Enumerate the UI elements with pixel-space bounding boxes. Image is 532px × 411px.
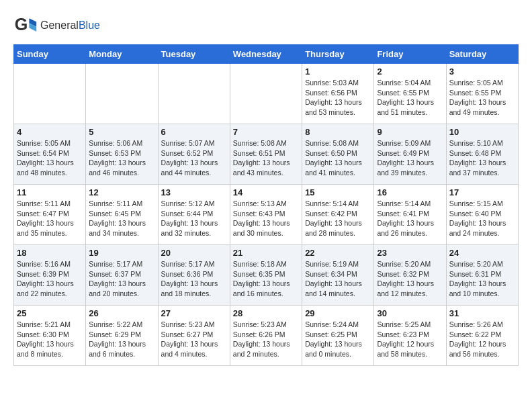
day-info: Sunrise: 5:14 AM Sunset: 6:41 PM Dayligh… [377, 199, 443, 238]
day-number: 13 [161, 187, 227, 197]
day-number: 21 [233, 248, 299, 258]
day-info: Sunrise: 5:11 AM Sunset: 6:45 PM Dayligh… [89, 199, 154, 238]
calendar-cell: 12Sunrise: 5:11 AM Sunset: 6:45 PM Dayli… [86, 185, 158, 245]
weekday-header-monday: Monday [86, 45, 158, 64]
day-number: 2 [377, 66, 443, 77]
weekday-header-saturday: Saturday [446, 45, 518, 64]
day-info: Sunrise: 5:21 AM Sunset: 6:30 PM Dayligh… [17, 320, 83, 359]
day-number: 1 [305, 66, 371, 77]
calendar-cell: 17Sunrise: 5:15 AM Sunset: 6:40 PM Dayli… [446, 185, 518, 245]
logo: G GeneralBlue [13, 13, 100, 38]
weekday-header-sunday: Sunday [14, 45, 86, 64]
day-info: Sunrise: 5:06 AM Sunset: 6:53 PM Dayligh… [89, 138, 154, 178]
day-info: Sunrise: 5:17 AM Sunset: 6:37 PM Dayligh… [89, 259, 154, 299]
calendar-cell: 30Sunrise: 5:25 AM Sunset: 6:23 PM Dayli… [374, 306, 446, 366]
day-number: 4 [17, 127, 83, 137]
calendar-cell: 5Sunrise: 5:06 AM Sunset: 6:53 PM Daylig… [86, 124, 158, 185]
calendar-week-row: 1Sunrise: 5:03 AM Sunset: 6:56 PM Daylig… [14, 64, 519, 124]
day-number: 28 [233, 308, 299, 318]
day-info: Sunrise: 5:24 AM Sunset: 6:25 PM Dayligh… [305, 320, 371, 359]
weekday-header-wednesday: Wednesday [230, 45, 302, 64]
day-info: Sunrise: 5:20 AM Sunset: 6:32 PM Dayligh… [377, 259, 443, 299]
calendar-cell: 22Sunrise: 5:19 AM Sunset: 6:34 PM Dayli… [302, 245, 374, 306]
day-info: Sunrise: 5:20 AM Sunset: 6:31 PM Dayligh… [449, 259, 515, 299]
weekday-header-row: SundayMondayTuesdayWednesdayThursdayFrid… [14, 45, 519, 64]
logo-blue-text: Blue [79, 19, 100, 31]
calendar-cell: 1Sunrise: 5:03 AM Sunset: 6:56 PM Daylig… [302, 64, 374, 124]
day-number: 31 [449, 308, 515, 318]
calendar-week-row: 4Sunrise: 5:05 AM Sunset: 6:54 PM Daylig… [14, 124, 519, 185]
day-number: 16 [377, 187, 443, 197]
calendar-week-row: 11Sunrise: 5:11 AM Sunset: 6:47 PM Dayli… [14, 185, 519, 245]
svg-text:G: G [15, 15, 28, 34]
calendar-cell: 6Sunrise: 5:07 AM Sunset: 6:52 PM Daylig… [158, 124, 230, 185]
day-info: Sunrise: 5:23 AM Sunset: 6:26 PM Dayligh… [233, 320, 299, 359]
day-number: 5 [89, 127, 154, 137]
day-number: 11 [17, 187, 83, 197]
day-info: Sunrise: 5:18 AM Sunset: 6:35 PM Dayligh… [233, 259, 299, 299]
calendar-cell: 26Sunrise: 5:22 AM Sunset: 6:29 PM Dayli… [86, 306, 158, 366]
day-info: Sunrise: 5:19 AM Sunset: 6:34 PM Dayligh… [305, 259, 371, 299]
calendar-cell: 13Sunrise: 5:12 AM Sunset: 6:44 PM Dayli… [158, 185, 230, 245]
day-number: 23 [377, 248, 443, 258]
day-info: Sunrise: 5:08 AM Sunset: 6:51 PM Dayligh… [233, 138, 299, 178]
day-info: Sunrise: 5:26 AM Sunset: 6:22 PM Dayligh… [449, 320, 515, 359]
logo-general-text: General [40, 19, 79, 31]
day-info: Sunrise: 5:15 AM Sunset: 6:40 PM Dayligh… [449, 199, 515, 238]
calendar-cell: 23Sunrise: 5:20 AM Sunset: 6:32 PM Dayli… [374, 245, 446, 306]
calendar-cell [158, 64, 230, 124]
day-info: Sunrise: 5:03 AM Sunset: 6:56 PM Dayligh… [305, 78, 371, 118]
weekday-header-tuesday: Tuesday [158, 45, 230, 64]
day-number: 15 [305, 187, 371, 197]
weekday-header-thursday: Thursday [302, 45, 374, 64]
day-info: Sunrise: 5:14 AM Sunset: 6:42 PM Dayligh… [305, 199, 371, 238]
day-info: Sunrise: 5:22 AM Sunset: 6:29 PM Dayligh… [89, 320, 154, 359]
day-number: 3 [449, 66, 515, 77]
calendar-cell: 25Sunrise: 5:21 AM Sunset: 6:30 PM Dayli… [14, 306, 86, 366]
day-number: 25 [17, 308, 83, 318]
calendar-cell [86, 64, 158, 124]
day-info: Sunrise: 5:04 AM Sunset: 6:55 PM Dayligh… [377, 78, 443, 118]
day-info: Sunrise: 5:09 AM Sunset: 6:49 PM Dayligh… [377, 138, 443, 178]
calendar-cell: 27Sunrise: 5:23 AM Sunset: 6:27 PM Dayli… [158, 306, 230, 366]
day-info: Sunrise: 5:25 AM Sunset: 6:23 PM Dayligh… [377, 320, 443, 359]
day-info: Sunrise: 5:13 AM Sunset: 6:43 PM Dayligh… [233, 199, 299, 238]
calendar-cell: 10Sunrise: 5:10 AM Sunset: 6:48 PM Dayli… [446, 124, 518, 185]
page-header: G GeneralBlue [13, 13, 519, 38]
weekday-header-friday: Friday [374, 45, 446, 64]
day-number: 10 [449, 127, 515, 137]
calendar-cell: 7Sunrise: 5:08 AM Sunset: 6:51 PM Daylig… [230, 124, 302, 185]
day-info: Sunrise: 5:08 AM Sunset: 6:50 PM Dayligh… [305, 138, 371, 178]
day-number: 26 [89, 308, 154, 318]
day-info: Sunrise: 5:16 AM Sunset: 6:39 PM Dayligh… [17, 259, 83, 299]
day-info: Sunrise: 5:23 AM Sunset: 6:27 PM Dayligh… [161, 320, 227, 359]
day-number: 17 [449, 187, 515, 197]
day-info: Sunrise: 5:17 AM Sunset: 6:36 PM Dayligh… [161, 259, 227, 299]
calendar-cell: 2Sunrise: 5:04 AM Sunset: 6:55 PM Daylig… [374, 64, 446, 124]
logo-icon: G [13, 13, 38, 38]
day-number: 19 [89, 248, 154, 258]
calendar-cell: 28Sunrise: 5:23 AM Sunset: 6:26 PM Dayli… [230, 306, 302, 366]
day-number: 18 [17, 248, 83, 258]
day-number: 20 [161, 248, 227, 258]
calendar-cell: 20Sunrise: 5:17 AM Sunset: 6:36 PM Dayli… [158, 245, 230, 306]
calendar-cell: 29Sunrise: 5:24 AM Sunset: 6:25 PM Dayli… [302, 306, 374, 366]
calendar-cell [14, 64, 86, 124]
day-number: 9 [377, 127, 443, 137]
day-number: 7 [233, 127, 299, 137]
calendar-cell: 4Sunrise: 5:05 AM Sunset: 6:54 PM Daylig… [14, 124, 86, 185]
day-number: 24 [449, 248, 515, 258]
day-number: 6 [161, 127, 227, 137]
calendar-cell [230, 64, 302, 124]
day-info: Sunrise: 5:12 AM Sunset: 6:44 PM Dayligh… [161, 199, 227, 238]
day-info: Sunrise: 5:10 AM Sunset: 6:48 PM Dayligh… [449, 138, 515, 178]
calendar-cell: 8Sunrise: 5:08 AM Sunset: 6:50 PM Daylig… [302, 124, 374, 185]
calendar-cell: 18Sunrise: 5:16 AM Sunset: 6:39 PM Dayli… [14, 245, 86, 306]
calendar-cell: 16Sunrise: 5:14 AM Sunset: 6:41 PM Dayli… [374, 185, 446, 245]
day-info: Sunrise: 5:05 AM Sunset: 6:55 PM Dayligh… [449, 78, 515, 118]
day-info: Sunrise: 5:11 AM Sunset: 6:47 PM Dayligh… [17, 199, 83, 238]
calendar-cell: 19Sunrise: 5:17 AM Sunset: 6:37 PM Dayli… [86, 245, 158, 306]
day-info: Sunrise: 5:05 AM Sunset: 6:54 PM Dayligh… [17, 138, 83, 178]
calendar-week-row: 18Sunrise: 5:16 AM Sunset: 6:39 PM Dayli… [14, 245, 519, 306]
day-number: 30 [377, 308, 443, 318]
